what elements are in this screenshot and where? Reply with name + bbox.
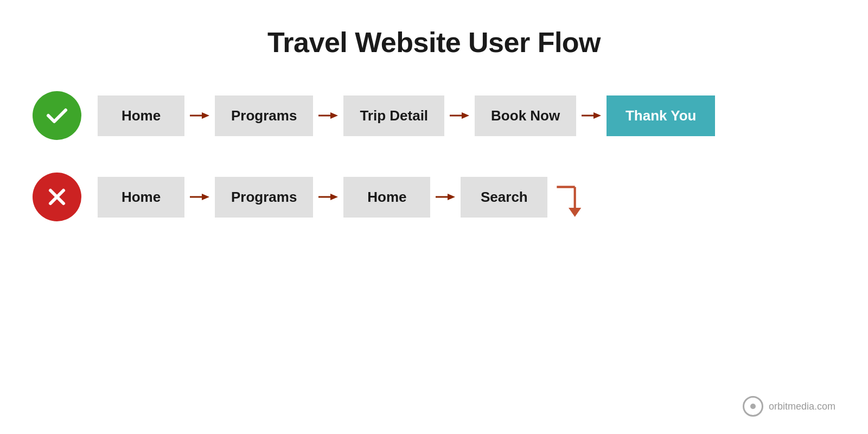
watermark: orbitmedia.com [743,396,835,417]
svg-marker-11 [202,194,209,200]
svg-marker-13 [330,194,338,200]
diagram-container: Home Programs Trip Detail Book Now Thank… [0,91,868,221]
arrow-f1 [190,190,209,203]
svg-marker-7 [593,112,601,119]
svg-marker-3 [330,112,338,119]
watermark-logo [743,396,763,417]
failure-node-home2: Home [343,177,430,218]
success-flow-row: Home Programs Trip Detail Book Now Thank… [33,91,835,140]
failure-flow-nodes: Home Programs Home Search [98,175,835,219]
failure-flow-row: Home Programs Home Search [33,173,835,221]
failure-node-search: Search [461,177,547,218]
arrow-1 [190,109,209,122]
arrow-f2 [318,190,338,203]
failure-node-programs: Programs [215,177,313,218]
svg-marker-18 [569,208,581,217]
arrow-down [555,181,582,219]
svg-marker-5 [462,112,469,119]
svg-marker-15 [448,194,455,200]
success-flow-nodes: Home Programs Trip Detail Book Now Thank… [98,95,835,136]
success-node-home: Home [98,95,184,136]
watermark-text: orbitmedia.com [769,401,835,412]
arrow-2 [318,109,338,122]
success-node-book-now: Book Now [475,95,576,136]
success-node-programs: Programs [215,95,313,136]
failure-node-home1: Home [98,177,184,218]
success-icon [33,91,81,140]
arrow-4 [582,109,601,122]
svg-marker-1 [202,112,209,119]
arrow-3 [450,109,469,122]
success-node-trip-detail: Trip Detail [343,95,444,136]
success-node-thank-you: Thank You [607,95,715,136]
arrow-f3 [436,190,455,203]
watermark-dot [750,404,756,409]
page-title: Travel Website User Flow [267,26,601,59]
failure-icon [33,173,81,221]
